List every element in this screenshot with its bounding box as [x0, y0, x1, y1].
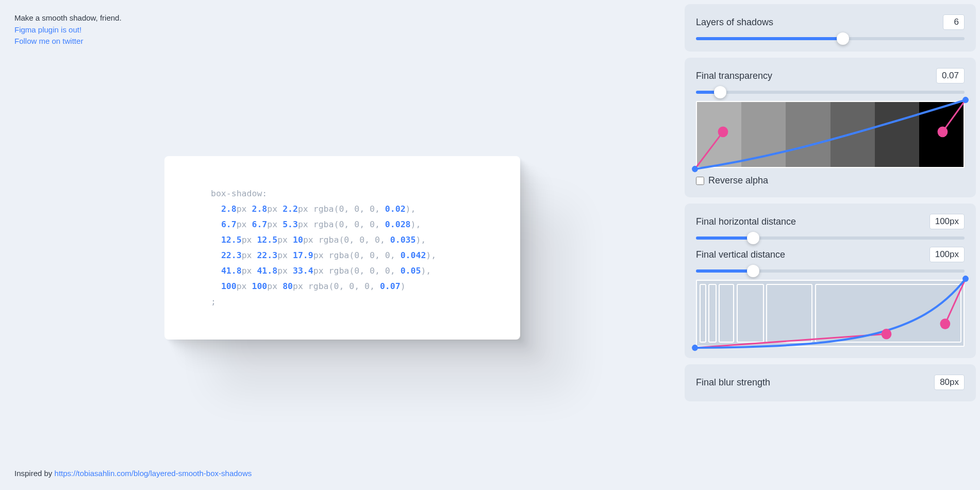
controls-sidebar: Layers of shadows 6 Final transparency 0…	[685, 0, 980, 490]
layers-panel: Layers of shadows 6	[685, 4, 976, 52]
layers-slider[interactable]	[696, 37, 965, 40]
vdist-label: Final vertical distance	[696, 249, 785, 260]
layers-label: Layers of shadows	[696, 17, 773, 28]
preview-area: box-shadow: 2.8px 2.8px 2.2px rgba(0, 0,…	[14, 47, 670, 469]
blur-panel: Final blur strength 80px	[685, 364, 976, 401]
distance-curve-viz[interactable]	[696, 280, 965, 347]
transparency-slider[interactable]	[696, 91, 965, 94]
figma-plugin-link[interactable]: Figma plugin is out!	[14, 24, 670, 36]
blur-value[interactable]: 80px	[934, 375, 965, 390]
transparency-panel: Final transparency 0.07 Reverse alpha	[685, 58, 976, 197]
reverse-alpha-label: Reverse alpha	[708, 175, 768, 186]
page-title: Make a smooth shadow, friend.	[14, 12, 670, 24]
footer: Inspired by https://tobiasahlin.com/blog…	[14, 469, 670, 478]
header: Make a smooth shadow, friend. Figma plug…	[14, 12, 670, 47]
layers-value[interactable]: 6	[943, 14, 965, 30]
inspiration-link[interactable]: https://tobiasahlin.com/blog/layered-smo…	[55, 469, 252, 478]
footer-prefix: Inspired by	[14, 469, 55, 478]
distance-panel: Final horizontal distance 100px Final ve…	[685, 204, 976, 358]
blur-label: Final blur strength	[696, 377, 770, 388]
hdist-value[interactable]: 100px	[929, 214, 965, 229]
hdist-label: Final horizontal distance	[696, 216, 796, 227]
transparency-label: Final transparency	[696, 71, 772, 81]
vdist-value[interactable]: 100px	[929, 247, 965, 262]
reverse-alpha-checkbox[interactable]	[696, 177, 704, 185]
twitter-link[interactable]: Follow me on twitter	[14, 36, 670, 47]
alpha-curve-viz[interactable]	[696, 101, 965, 168]
vdist-slider[interactable]	[696, 269, 965, 273]
hdist-slider[interactable]	[696, 236, 965, 240]
shadow-preview-card: box-shadow: 2.8px 2.8px 2.2px rgba(0, 0,…	[164, 156, 520, 340]
transparency-value[interactable]: 0.07	[936, 68, 965, 83]
